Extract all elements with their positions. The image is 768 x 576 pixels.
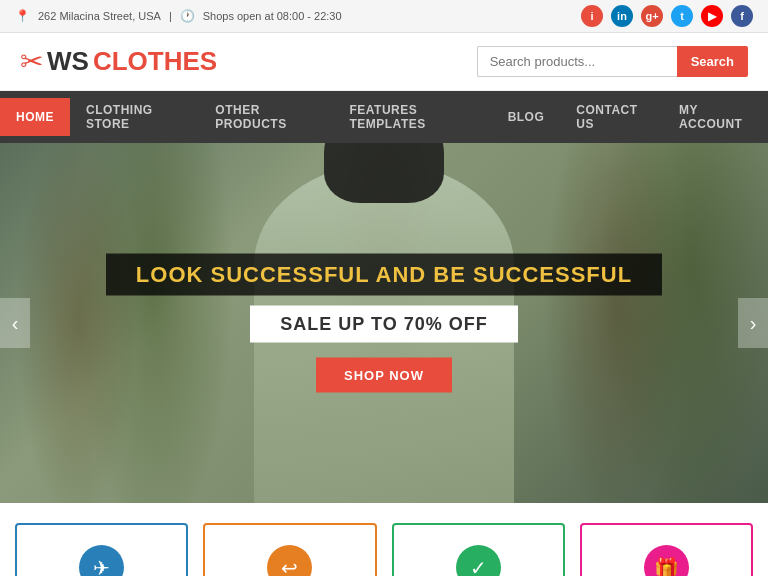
social-links: i in g+ t ▶ f: [581, 5, 753, 27]
gift-service-icon: 🎁: [644, 545, 689, 576]
feature-gift-service: 🎁 Free Gift Service Contrary to popular …: [580, 523, 753, 576]
hero-subtitle: SALE UP TO 70% OFF: [280, 314, 487, 335]
instagram-icon[interactable]: i: [581, 5, 603, 27]
search-input[interactable]: [477, 46, 677, 77]
logo-icon: ✂: [20, 45, 43, 78]
linkedin-icon[interactable]: in: [611, 5, 633, 27]
hero-section: LOOK SUCCESSFUL AND BE SUCCESSFUL SALE U…: [0, 143, 768, 503]
top-bar: 📍 262 Milacina Street, USA | 🕐 Shops ope…: [0, 0, 768, 33]
nav-home[interactable]: HOME: [0, 98, 70, 136]
nav-blog[interactable]: BLOG: [492, 98, 561, 136]
nav-other-products[interactable]: OTHER PRODUCTS: [199, 91, 333, 143]
logo[interactable]: ✂ WS CLOTHES: [20, 45, 217, 78]
logo-ws: WS: [47, 46, 89, 77]
shop-now-button[interactable]: SHOP NOW: [316, 358, 452, 393]
hero-content: LOOK SUCCESSFUL AND BE SUCCESSFUL SALE U…: [0, 254, 768, 393]
search-bar: Search: [477, 46, 748, 77]
nav-clothing-store[interactable]: CLOTHING STORE: [70, 91, 199, 143]
clock-icon: 🕐: [180, 9, 195, 23]
home-delivery-icon: ✓: [456, 545, 501, 576]
nav-features-templates[interactable]: FEATURES TEMPLATES: [333, 91, 491, 143]
nav-contact-us[interactable]: CONTACT US: [560, 91, 663, 143]
hero-prev-arrow[interactable]: ‹: [0, 298, 30, 348]
money-back-icon: ↩: [267, 545, 312, 576]
google-icon[interactable]: g+: [641, 5, 663, 27]
shipping-icon: ✈: [79, 545, 124, 576]
location-icon: 📍: [15, 9, 30, 23]
site-header: ✂ WS CLOTHES Search: [0, 33, 768, 91]
hero-title: LOOK SUCCESSFUL AND BE SUCCESSFUL: [136, 262, 632, 288]
facebook-icon[interactable]: f: [731, 5, 753, 27]
nav-my-account[interactable]: MY ACCOUNT: [663, 91, 768, 143]
hero-title-box: LOOK SUCCESSFUL AND BE SUCCESSFUL: [106, 254, 662, 296]
hero-subtitle-box: SALE UP TO 70% OFF: [250, 306, 517, 343]
hero-next-arrow[interactable]: ›: [738, 298, 768, 348]
top-bar-info: 📍 262 Milacina Street, USA | 🕐 Shops ope…: [15, 9, 342, 23]
search-button[interactable]: Search: [677, 46, 748, 77]
feature-money-back: ↩ Money Back ! Contrary to popular belie…: [203, 523, 376, 576]
youtube-icon[interactable]: ▶: [701, 5, 723, 27]
features-section: ✈ Free Shipping Contrary to popular beli…: [0, 503, 768, 576]
feature-home-delivery: ✓ Free Home Delivery Contrary to popular…: [392, 523, 565, 576]
hours-text: Shops open at 08:00 - 22:30: [203, 10, 342, 22]
twitter-icon[interactable]: t: [671, 5, 693, 27]
main-nav: HOME CLOTHING STORE OTHER PRODUCTS FEATU…: [0, 91, 768, 143]
logo-clothes: CLOTHES: [93, 46, 217, 77]
address-text: 262 Milacina Street, USA: [38, 10, 161, 22]
feature-shipping: ✈ Free Shipping Contrary to popular beli…: [15, 523, 188, 576]
